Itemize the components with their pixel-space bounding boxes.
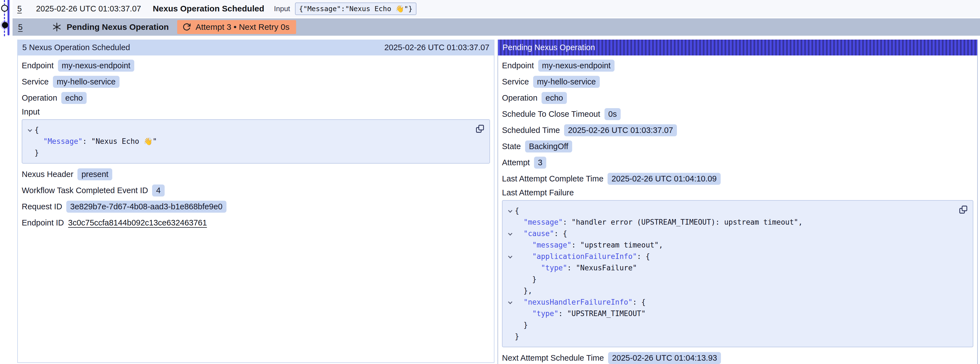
request-id-field: Request ID 3e829b7e-7d67-4b08-aad3-b1e86…	[22, 200, 490, 213]
event-id-link[interactable]: 5	[17, 4, 22, 13]
code-line: }	[505, 319, 956, 331]
pending-panel-header: Pending Nexus Operation	[498, 40, 977, 56]
failure-json-block: { "message": "handler error (UPSTREAM_TI…	[502, 200, 973, 347]
code-text: "message": "handler error (UPSTREAM_TIME…	[515, 217, 803, 228]
pending-title: Pending Nexus Operation	[67, 22, 169, 32]
schedule-to-close-label: Schedule To Close Timeout	[502, 110, 600, 119]
operation-field: Operation echo	[22, 91, 490, 105]
nexus-header-label: Nexus Header	[22, 170, 73, 179]
pending-operation-row[interactable]: 5 Pending Nexus Operation Attempt 3 • Ne…	[13, 18, 980, 36]
collapse-chevron-icon[interactable]	[505, 297, 515, 303]
endpoint-id-link[interactable]: 3c0c75ccfa8144b092c13ce632463761	[68, 218, 207, 227]
event-timeline-gutter	[0, 0, 12, 37]
service-value-badge: my-hello-service	[53, 76, 119, 88]
next-attempt-label: Next Attempt Schedule Time	[502, 353, 604, 362]
retry-icon	[182, 22, 191, 32]
attempt-value-badge: 3	[534, 156, 546, 169]
pending-panel-title: Pending Nexus Operation	[503, 43, 595, 52]
attempt-label: Attempt	[502, 158, 530, 167]
code-line: "message": "upstream timeout",	[505, 239, 956, 251]
endpoint-label: Endpoint	[22, 61, 54, 70]
code-text: "cause": {	[515, 228, 567, 239]
last-attempt-failure-label: Last Attempt Failure	[502, 188, 973, 197]
collapse-chevron-icon[interactable]	[505, 228, 515, 235]
code-line: }	[505, 274, 956, 285]
input-json-block: { "Message": "Nexus Echo 👋"}	[22, 119, 490, 164]
code-line: {	[25, 124, 473, 136]
endpoint-id-label: Endpoint ID	[22, 218, 64, 227]
endpoint-label: Endpoint	[502, 61, 534, 70]
retry-badge-text: Attempt 3 • Next Retry 0s	[196, 22, 290, 32]
code-text: "applicationFailureInfo": {	[515, 251, 650, 262]
collapse-chevron-icon[interactable]	[505, 205, 515, 212]
state-value-badge: BackingOff	[525, 140, 572, 152]
wtce-field: Workflow Task Completed Event ID 4	[22, 184, 490, 197]
event-input-preview-badge: {"Message":"Nexus Echo 👋"}	[295, 3, 416, 15]
code-text: }	[515, 274, 536, 285]
scheduled-panel-header: 5 Nexus Operation Scheduled 2025-02-26 U…	[18, 40, 494, 56]
scheduled-time-value-badge: 2025-02-26 UTC 01:03:37.07	[564, 124, 677, 136]
code-line: {	[505, 205, 956, 217]
state-field: State BackingOff	[502, 140, 973, 153]
service-field: Service my-hello-service	[502, 75, 973, 88]
endpoint-field: Endpoint my-nexus-endpoint	[22, 59, 490, 72]
code-gutter	[505, 331, 515, 335]
endpoint-value-badge: my-nexus-endpoint	[58, 60, 135, 72]
code-text: "Message": "Nexus Echo 👋"	[35, 136, 157, 147]
code-gutter	[25, 147, 35, 151]
code-line: "applicationFailureInfo": {	[505, 251, 956, 262]
scheduled-time-label: Scheduled Time	[502, 126, 560, 135]
code-gutter	[505, 262, 515, 266]
request-id-value-badge: 3e829b7e-7d67-4b08-aad3-b1e868bfe9e0	[66, 201, 226, 213]
next-attempt-field: Next Attempt Schedule Time 2025-02-26 UT…	[502, 351, 973, 364]
service-label: Service	[22, 77, 49, 86]
scheduled-panel-title: 5 Nexus Operation Scheduled	[22, 43, 130, 52]
request-id-label: Request ID	[22, 202, 62, 211]
state-label: State	[502, 142, 521, 151]
code-text: "type": "NexusFailure"	[515, 262, 637, 274]
collapse-chevron-icon[interactable]	[25, 124, 35, 131]
wtce-label: Workflow Task Completed Event ID	[22, 186, 148, 195]
code-line: "message": "handler error (UPSTREAM_TIME…	[505, 217, 956, 228]
wtce-value-badge: 4	[152, 185, 164, 196]
scheduled-time-field: Scheduled Time 2025-02-26 UTC 01:03:37.0…	[502, 123, 973, 137]
code-line: },	[505, 285, 956, 297]
next-attempt-value-badge: 2025-02-26 UTC 01:04:13.93	[608, 352, 721, 364]
pending-asterisk-icon	[52, 22, 62, 32]
code-gutter	[505, 285, 515, 289]
pending-event-id-link[interactable]: 5	[18, 22, 22, 32]
last-attempt-complete-field: Last Attempt Complete Time 2025-02-26 UT…	[502, 172, 973, 185]
code-line: "cause": {	[505, 228, 956, 239]
copy-icon[interactable]	[958, 204, 968, 215]
scheduled-event-panel: 5 Nexus Operation Scheduled 2025-02-26 U…	[17, 40, 495, 363]
scheduled-panel-time: 2025-02-26 UTC 01:03:37.07	[384, 43, 490, 52]
attempt-field: Attempt 3	[502, 156, 973, 169]
event-row-scheduled[interactable]: 5 2025-02-26 UTC 01:03:37.07 Nexus Opera…	[13, 0, 980, 17]
operation-label: Operation	[502, 93, 537, 102]
code-gutter	[505, 308, 515, 312]
code-text: "message": "upstream timeout",	[515, 239, 663, 251]
collapse-chevron-icon[interactable]	[505, 251, 515, 258]
last-attempt-complete-value-badge: 2025-02-26 UTC 01:04:10.09	[608, 173, 721, 185]
event-marker-current-icon	[2, 22, 8, 28]
event-history-detail-view: 5 2025-02-26 UTC 01:03:37.07 Nexus Opera…	[0, 0, 980, 364]
code-gutter	[505, 217, 515, 220]
service-value-badge: my-hello-service	[533, 76, 600, 88]
operation-value-badge: echo	[541, 92, 567, 104]
code-gutter	[505, 274, 515, 278]
code-line: }	[505, 331, 956, 342]
schedule-to-close-value-badge: 0s	[605, 108, 621, 120]
operation-field: Operation echo	[502, 91, 973, 105]
service-field: Service my-hello-service	[22, 75, 490, 88]
detail-panels: 5 Nexus Operation Scheduled 2025-02-26 U…	[17, 40, 978, 364]
code-text: "nexusHandlerFailureInfo": {	[515, 297, 646, 308]
last-attempt-complete-label: Last Attempt Complete Time	[502, 174, 603, 184]
active-event-indicator-bar	[8, 0, 10, 35]
code-gutter	[505, 239, 515, 243]
code-text: {	[35, 124, 39, 136]
pending-operation-panel: Pending Nexus Operation Endpoint my-nexu…	[498, 40, 978, 364]
code-text: "type": "UPSTREAM_TIMEOUT"	[515, 308, 646, 319]
endpoint-value-badge: my-nexus-endpoint	[538, 60, 615, 72]
code-gutter	[505, 319, 515, 323]
copy-icon[interactable]	[475, 124, 485, 134]
